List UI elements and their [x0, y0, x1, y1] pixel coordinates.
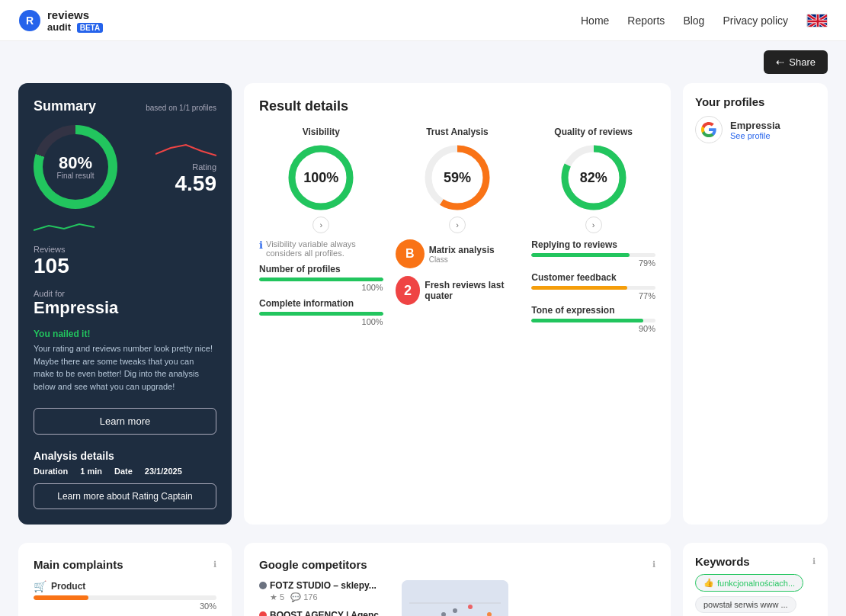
- profiles-title: Your profiles: [695, 95, 816, 108]
- google-logo: [695, 116, 723, 143]
- profile-info: Empressia See profile: [730, 120, 780, 140]
- beta-badge: BETA: [77, 23, 103, 33]
- nav-reports[interactable]: Reports: [627, 14, 665, 27]
- audit-section: Audit for Empressia: [34, 289, 216, 318]
- complaints-info-icon[interactable]: ℹ: [213, 560, 216, 569]
- matrix-badge: B: [396, 239, 425, 268]
- audit-company: Empressia: [34, 298, 216, 318]
- final-result-gauge: 80% Final result: [34, 125, 117, 209]
- competitors-inner: FOTZ STUDIO – sklepy... ★ 5 💬 176 BOOST …: [259, 580, 655, 616]
- nav-blog[interactable]: Blog: [683, 14, 704, 27]
- complaint-product: 🛒 Product 30%: [34, 580, 216, 611]
- competitor-list: FOTZ STUDIO – sklepy... ★ 5 💬 176 BOOST …: [259, 580, 386, 616]
- duration-value: 1 min: [80, 467, 102, 476]
- share-bar: ⇠ Share: [0, 41, 846, 77]
- see-profile-link[interactable]: See profile: [730, 131, 780, 140]
- result-title: Result details: [259, 98, 655, 114]
- flag-icon: [806, 14, 828, 27]
- complaints-card: Main complaints ℹ 🛒 Product 30% 🚚 Delive…: [18, 543, 232, 616]
- main-grid: Summary based on 1/1 profiles 80% Final …: [0, 77, 846, 543]
- trust-nav[interactable]: ›: [449, 217, 466, 233]
- keywords-header: Keywords ℹ: [695, 555, 816, 568]
- visibility-item: Visibility 100% › ℹ Visibility variable …: [259, 127, 383, 333]
- bottom-grid: Main complaints ℹ 🛒 Product 30% 🚚 Delive…: [0, 543, 846, 616]
- fresh-badge: 2: [396, 276, 421, 305]
- quality-nav[interactable]: ›: [585, 217, 602, 233]
- keyword-tag-0[interactable]: 👍 funkcjonalnościach...: [695, 574, 803, 592]
- nailed-title: You nailed it!: [34, 329, 216, 339]
- svg-text:R: R: [26, 14, 34, 27]
- date-value: 23/1/2025: [145, 467, 182, 476]
- nav-links: Home Reports Blog Privacy policy: [581, 14, 828, 27]
- metrics-left: Number of profiles 100% Complete informa…: [259, 264, 383, 326]
- reviews-chart: [34, 218, 95, 236]
- share-icon: ⇠: [776, 56, 784, 68]
- rating-box: Rating 4.59: [155, 139, 216, 196]
- keyword-tag-1[interactable]: powstał serwis www ...: [695, 596, 796, 613]
- competitors-header: Google competitors ℹ: [259, 558, 655, 571]
- summary-title: Summary: [34, 98, 96, 114]
- trust-metrics: B Matrix analysis Class 2 Fresh reviews …: [396, 239, 520, 305]
- profiles-list: Empressia See profile: [695, 108, 816, 143]
- rating-chart: [155, 139, 216, 160]
- date-label: Date: [114, 467, 133, 476]
- trust-item: Trust Analysis 59% › B Matrix analysis: [396, 127, 520, 333]
- duration-label: Duration: [34, 467, 68, 476]
- quality-donut: 82%: [559, 143, 628, 212]
- keywords-info-icon[interactable]: ℹ: [812, 557, 816, 566]
- profile-item: Empressia See profile: [695, 116, 816, 143]
- keyword-tags: 👍 funkcjonalnościach... powstał serwis w…: [695, 574, 816, 616]
- rating-value: 4.59: [155, 172, 216, 196]
- thumbs-up-icon: 👍: [703, 578, 714, 588]
- svg-rect-8: [808, 20, 828, 22]
- based-on: based on 1/1 profiles: [146, 104, 216, 112]
- visibility-note: ℹ Visibility variable always considers a…: [259, 239, 383, 258]
- product-icon: 🛒: [34, 580, 46, 592]
- competitors-chart: Reviews Rating: [402, 580, 508, 616]
- visibility-donut: 100%: [287, 143, 355, 212]
- final-label: Final result: [57, 172, 95, 180]
- competitors-card: Google competitors ℹ FOTZ STUDIO – sklep…: [244, 543, 671, 616]
- result-details-card: Result details Visibility 100% › ℹ Visib…: [244, 83, 671, 525]
- nailed-desc: Your rating and reviews number look pret…: [34, 342, 216, 393]
- logo-text: reviews audit BETA: [47, 8, 103, 33]
- logo-area: R reviews audit BETA: [18, 8, 103, 33]
- keywords-card: Keywords ℹ 👍 funkcjonalnościach... powst…: [683, 543, 828, 616]
- competitors-info-icon[interactable]: ℹ: [652, 560, 655, 569]
- analysis-details: Analysis details Duration 1 min Date 23/…: [34, 450, 216, 509]
- result-circles: Visibility 100% › ℹ Visibility variable …: [259, 127, 655, 333]
- complaints-list: 🛒 Product 30% 🚚 Delivery 0% 👤 Customer s…: [34, 580, 216, 616]
- reviews-row: Reviews 105: [34, 218, 216, 278]
- logo-icon: R: [18, 9, 41, 32]
- share-button[interactable]: ⇠ Share: [764, 50, 828, 74]
- reviews-value: 105: [34, 254, 216, 278]
- complaints-header: Main complaints ℹ: [34, 558, 216, 571]
- learn-more-button[interactable]: Learn more: [34, 408, 216, 435]
- quality-metrics: Replying to reviews 79% Customer feedbac…: [531, 239, 655, 333]
- sidebar-card: Summary based on 1/1 profiles 80% Final …: [18, 83, 232, 525]
- final-pct: 80%: [59, 155, 92, 172]
- quality-item: Quality of reviews 82% › Replying to rev…: [531, 127, 655, 333]
- captain-button[interactable]: Learn more about Rating Captain: [34, 483, 216, 509]
- visibility-nav[interactable]: ›: [312, 217, 329, 233]
- profiles-card: Your profiles Empressia See profile: [683, 83, 828, 525]
- competitor-1: FOTZ STUDIO – sklepy... ★ 5 💬 176: [259, 580, 386, 602]
- nailed-section: You nailed it! Your rating and reviews n…: [34, 329, 216, 393]
- nav-home[interactable]: Home: [581, 14, 609, 27]
- trust-donut: 59%: [423, 143, 492, 212]
- navbar: R reviews audit BETA Home Reports Blog P…: [0, 0, 846, 41]
- svg-point-22: [453, 608, 457, 613]
- competitor-2: BOOST AGENCY | Agenc... ★ 5 💬 144: [259, 610, 386, 616]
- svg-point-23: [468, 605, 473, 609]
- nav-privacy[interactable]: Privacy policy: [723, 14, 788, 27]
